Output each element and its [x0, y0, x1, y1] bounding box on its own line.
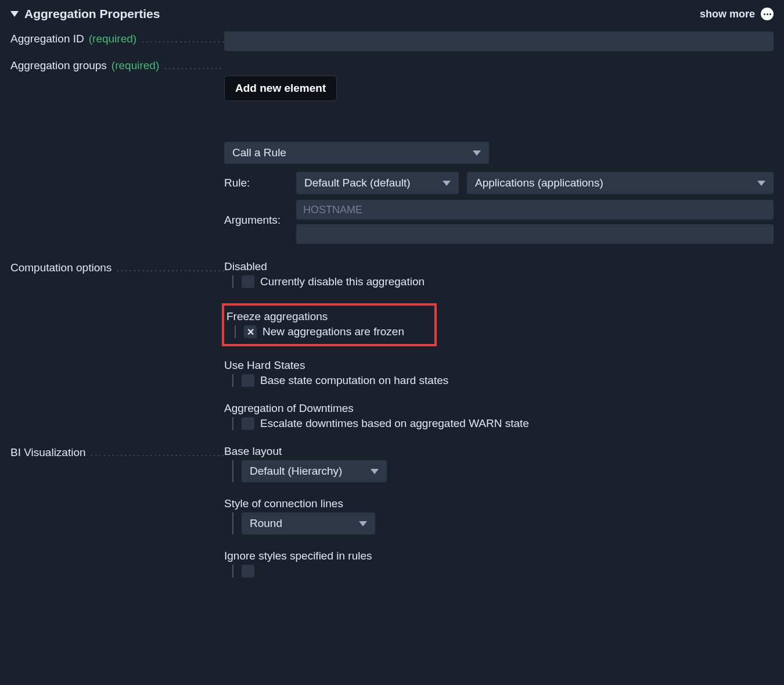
rule-name-value: Applications (applications) — [475, 177, 603, 189]
dots: ........................................… — [141, 33, 224, 45]
aggregation-id-input[interactable] — [224, 31, 774, 51]
required-tag: (required) — [112, 59, 159, 72]
call-rule-select[interactable]: Call a Rule — [224, 142, 489, 164]
freeze-checkbox[interactable]: ✕ — [244, 325, 257, 338]
label-bi-visualization: BI Visualization — [10, 446, 86, 459]
conn-lines-value: Round — [250, 517, 282, 530]
row-rule: Rule: Default Pack (default) Application… — [10, 172, 774, 194]
chevron-down-icon — [473, 150, 481, 156]
arguments-input-2[interactable] — [296, 224, 774, 244]
label-computation-options: Computation options — [10, 261, 112, 274]
option-ignore-styles: Ignore styles specified in rules — [224, 550, 774, 578]
hardstates-checkbox[interactable] — [242, 374, 254, 387]
rule-pack-value: Default Pack (default) — [304, 177, 411, 189]
disabled-check-text: Currently disable this aggregation — [260, 275, 425, 288]
arguments-input-1[interactable] — [296, 200, 774, 220]
option-hard-states: Use Hard States Base state computation o… — [224, 359, 774, 387]
rule-pack-select[interactable]: Default Pack (default) — [296, 172, 459, 194]
ignore-styles-label: Ignore styles specified in rules — [224, 550, 774, 562]
conn-lines-label: Style of connection lines — [224, 497, 774, 510]
label-aggregation-groups: Aggregation groups — [10, 59, 107, 72]
panel-title: Aggregation Properties — [24, 7, 160, 21]
show-more-button[interactable]: show more — [700, 8, 774, 20]
option-downtimes: Aggregation of Downtimes Escalate downti… — [224, 402, 774, 430]
panel-header: Aggregation Properties show more — [10, 7, 774, 21]
chevron-down-icon — [443, 181, 451, 186]
row-add-element: Add new element — [10, 76, 774, 101]
row-aggregation-groups: Aggregation groups (required) ..........… — [10, 58, 774, 72]
freeze-label: Freeze aggregations — [226, 310, 427, 323]
downtimes-check-text: Escalate downtimes based on aggregated W… — [260, 417, 529, 430]
base-layout-label: Base layout — [224, 445, 774, 458]
collapse-icon — [10, 11, 19, 17]
dots: ........................................… — [91, 446, 224, 459]
hardstates-label: Use Hard States — [224, 359, 774, 372]
row-arguments: Arguments: — [10, 200, 774, 244]
ignore-styles-checkbox[interactable] — [242, 565, 254, 578]
option-connection-lines: Style of connection lines Round — [224, 497, 774, 535]
freeze-check-text: New aggregations are frozen — [262, 325, 404, 338]
panel-toggle[interactable]: Aggregation Properties — [10, 7, 160, 21]
downtimes-checkbox[interactable] — [242, 417, 254, 430]
dots: ........................................… — [116, 261, 224, 274]
chevron-down-icon — [371, 469, 379, 474]
chevron-down-icon — [757, 181, 765, 186]
more-icon — [761, 8, 774, 20]
arguments-label: Arguments: — [224, 200, 288, 227]
row-computation-options: Computation options ....................… — [10, 260, 774, 439]
dots: ........................................… — [164, 59, 224, 72]
row-bi-visualization: BI Visualization .......................… — [10, 445, 774, 587]
disabled-checkbox[interactable] — [242, 275, 254, 288]
conn-lines-select[interactable]: Round — [242, 512, 375, 535]
add-new-element-button[interactable]: Add new element — [224, 76, 337, 101]
row-aggregation-id: Aggregation ID (required) ..............… — [10, 31, 774, 51]
label-aggregation-id: Aggregation ID — [10, 33, 84, 45]
downtimes-label: Aggregation of Downtimes — [224, 402, 774, 415]
hardstates-check-text: Base state computation on hard states — [260, 374, 448, 387]
option-base-layout: Base layout Default (Hierarchy) — [224, 445, 774, 482]
disabled-label: Disabled — [224, 260, 774, 273]
rule-name-select[interactable]: Applications (applications) — [467, 172, 774, 194]
highlight-freeze: Freeze aggregations ✕ New aggregations a… — [222, 303, 437, 346]
required-tag: (required) — [89, 33, 136, 45]
base-layout-value: Default (Hierarchy) — [250, 465, 342, 478]
rule-label: Rule: — [224, 177, 288, 189]
base-layout-select[interactable]: Default (Hierarchy) — [242, 460, 387, 482]
option-disabled: Disabled Currently disable this aggregat… — [224, 260, 774, 288]
show-more-label: show more — [700, 8, 755, 20]
row-call-rule: Call a Rule — [10, 142, 774, 164]
chevron-down-icon — [359, 521, 367, 526]
call-rule-value: Call a Rule — [232, 146, 286, 159]
